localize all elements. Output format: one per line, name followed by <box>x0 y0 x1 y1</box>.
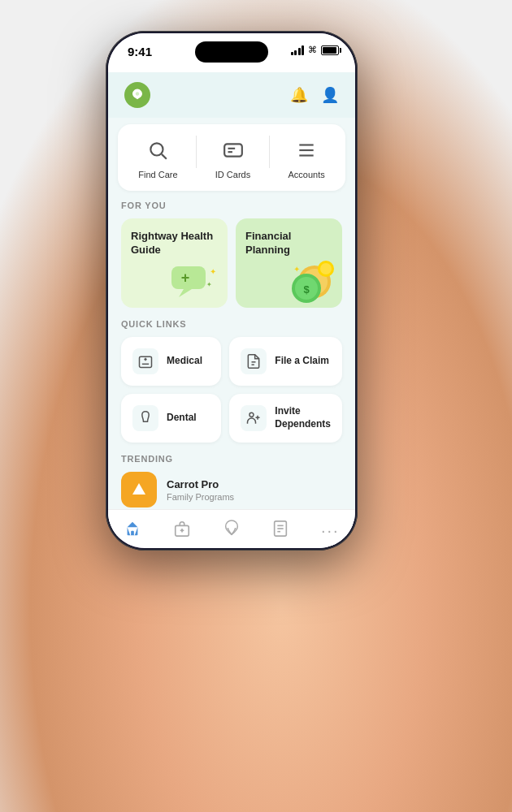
promo-cards-row: Rightway Health Guide + ✦ <box>121 218 342 308</box>
file-claim-icon <box>241 348 267 374</box>
id-cards-icon <box>219 136 248 165</box>
svg-text:✦: ✦ <box>293 265 300 274</box>
svg-marker-26 <box>132 483 145 495</box>
financial-planning-card[interactable]: Financial Planning $ $ <box>236 218 342 308</box>
dental-icon <box>132 405 158 431</box>
id-cards-action[interactable]: ID Cards <box>206 136 260 179</box>
health-guide-card[interactable]: Rightway Health Guide + ✦ <box>121 218 228 308</box>
carrot-pro-sub: Family Programs <box>167 492 234 502</box>
svg-point-0 <box>151 143 163 155</box>
status-icons: ⌘ <box>291 45 340 55</box>
nav-wellness[interactable] <box>213 516 250 545</box>
bottom-nav: ··· <box>108 509 355 548</box>
quick-actions-bar: Find Care ID Cards <box>118 124 345 191</box>
id-cards-label: ID Cards <box>215 170 250 179</box>
lotus-icon <box>223 520 241 542</box>
dental-label: Dental <box>167 412 197 425</box>
accounts-icon <box>292 136 321 165</box>
accounts-label: Accounts <box>288 170 324 179</box>
wifi-icon: ⌘ <box>308 45 317 55</box>
medical-label: Medical <box>167 355 202 368</box>
more-dots-icon: ··· <box>321 521 340 540</box>
phone-screen: 9:41 ⌘ <box>108 33 355 548</box>
status-bar: 9:41 ⌘ <box>108 33 355 72</box>
header-icons: 🔔 👤 <box>290 86 339 104</box>
quick-links-section: QUICK LINKS Medical <box>108 319 355 443</box>
invite-dependents-label: Invite Dependents <box>275 405 331 430</box>
phone-shell: 9:41 ⌘ <box>106 31 358 551</box>
nav-benefits[interactable] <box>262 516 299 545</box>
notification-bell-icon[interactable]: 🔔 <box>290 86 308 104</box>
medical-bag-icon <box>173 520 191 542</box>
medical-icon <box>132 348 158 374</box>
dental-link[interactable]: Dental <box>121 394 221 443</box>
signal-icon <box>291 45 305 55</box>
invite-dependents-icon <box>241 405 267 431</box>
svg-line-1 <box>162 154 167 159</box>
for-you-section: FOR YOU Rightway Health Guide + <box>108 201 355 308</box>
find-care-icon <box>143 136 172 165</box>
svg-text:✦: ✦ <box>206 281 212 288</box>
accounts-action[interactable]: Accounts <box>278 136 334 179</box>
nav-medical[interactable] <box>163 516 201 545</box>
svg-point-25 <box>249 412 254 417</box>
svg-text:✦: ✦ <box>210 267 216 276</box>
carrot-pro-icon <box>121 472 157 508</box>
quick-links-grid: Medical File a Claim <box>121 337 342 443</box>
trending-title: TRENDING <box>121 454 342 464</box>
divider <box>196 136 197 168</box>
svg-point-20 <box>320 263 332 274</box>
find-care-label: Find Care <box>138 170 177 179</box>
battery-icon <box>321 45 339 55</box>
svg-text:$: $ <box>303 283 310 296</box>
invite-dependents-link[interactable]: Invite Dependents <box>229 394 342 443</box>
app-content: 🔔 👤 Find Care <box>108 72 355 548</box>
app-logo <box>124 82 150 108</box>
app-header: 🔔 👤 <box>108 72 355 118</box>
nav-more[interactable]: ··· <box>311 518 349 543</box>
nav-home[interactable] <box>114 516 151 545</box>
carrot-pro-item[interactable]: Carrot Pro Family Programs <box>121 472 342 508</box>
for-you-title: FOR YOU <box>121 201 342 210</box>
home-icon <box>124 520 141 542</box>
svg-rect-2 <box>224 144 242 156</box>
medical-link[interactable]: Medical <box>121 337 221 386</box>
user-profile-icon[interactable]: 👤 <box>321 86 339 104</box>
health-guide-title: Rightway Health Guide <box>131 230 218 257</box>
benefits-icon <box>271 520 289 542</box>
status-time: 9:41 <box>128 45 152 58</box>
carrot-pro-name: Carrot Pro <box>167 478 234 490</box>
carrot-pro-info: Carrot Pro Family Programs <box>167 478 234 502</box>
file-claim-link[interactable]: File a Claim <box>229 337 342 386</box>
svg-marker-9 <box>179 289 192 297</box>
financial-planning-title: Financial Planning <box>245 230 332 257</box>
quick-links-title: QUICK LINKS <box>121 319 342 329</box>
svg-text:+: + <box>181 270 190 286</box>
find-care-action[interactable]: Find Care <box>128 136 187 179</box>
divider <box>269 136 270 168</box>
file-claim-label: File a Claim <box>275 355 329 368</box>
dynamic-island <box>195 41 268 63</box>
